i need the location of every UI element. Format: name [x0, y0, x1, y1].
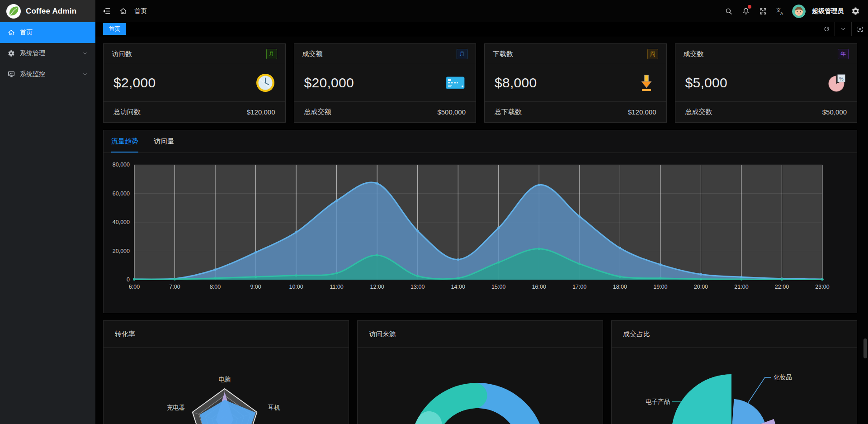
chevron-down-icon: [82, 71, 88, 77]
page-scrollbar-thumb[interactable]: [863, 338, 867, 358]
svg-text:化妆品: 化妆品: [774, 374, 792, 381]
user-name[interactable]: 超级管理员: [812, 7, 844, 15]
card-footer-value: $50,000: [822, 108, 847, 116]
svg-text:19:00: 19:00: [653, 284, 667, 290]
period-badge: 年: [838, 49, 849, 59]
stat-card-visits[interactable]: 访问数 月 $2,000: [103, 43, 286, 123]
panel-title: 成交占比: [612, 321, 857, 348]
deal-share-pie-chart: 电子产品化妆品: [612, 348, 857, 424]
maximize-icon[interactable]: [851, 22, 868, 36]
bottom-panels-row: 转化率 电脑耳机充电器 访问来源 成交占比 电子产品化妆品: [103, 320, 857, 424]
panel-title: 转化率: [104, 321, 349, 348]
breadcrumb[interactable]: 首页: [134, 7, 147, 15]
svg-text:7:00: 7:00: [169, 284, 180, 290]
period-badge: 月: [457, 49, 467, 59]
credit-card-icon: [445, 73, 466, 93]
notification-badge: [748, 5, 751, 9]
card-footer-label: 总成交额: [304, 108, 331, 116]
refresh-icon[interactable]: [818, 22, 835, 36]
svg-text:22:00: 22:00: [775, 284, 789, 290]
sidebar-item-home[interactable]: 首页: [0, 22, 95, 43]
translate-icon[interactable]: 文 A: [775, 6, 786, 17]
sidebar-item-label: 系统监控: [20, 70, 45, 78]
card-footer-label: 总下载数: [495, 108, 522, 116]
visit-sources-panel: 访问来源: [357, 320, 603, 424]
tab-visit-volume[interactable]: 访问量: [154, 137, 174, 152]
traffic-trend-area-chart: 020,00040,00060,00080,0006:007:008:009:0…: [104, 155, 843, 307]
sidebar-item-label: 系统管理: [20, 49, 45, 57]
svg-text:电脑: 电脑: [219, 376, 231, 383]
svg-text:21:00: 21:00: [734, 284, 748, 290]
svg-text:8:00: 8:00: [210, 284, 221, 290]
deal-share-panel: 成交占比 电子产品化妆品: [611, 320, 857, 424]
svg-text:16:00: 16:00: [532, 284, 546, 290]
svg-text:充电器: 充电器: [167, 404, 185, 411]
card-footer-label: 总成交数: [685, 108, 712, 116]
download-icon: [637, 73, 656, 93]
period-badge: 月: [266, 49, 277, 59]
svg-text:15:00: 15:00: [491, 284, 505, 290]
fullscreen-icon[interactable]: [758, 6, 769, 17]
svg-text:13:00: 13:00: [410, 284, 425, 290]
svg-text:A: A: [780, 11, 783, 15]
panel-title: 访问来源: [358, 321, 603, 348]
search-icon[interactable]: [723, 6, 734, 17]
svg-text:14:00: 14:00: [451, 284, 465, 290]
stat-card-downloads[interactable]: 下载数 周 $8,000: [484, 43, 667, 123]
svg-text:10:00: 10:00: [289, 284, 303, 290]
conversion-rate-panel: 转化率 电脑耳机充电器: [103, 320, 349, 424]
svg-text:17:00: 17:00: [572, 284, 586, 290]
svg-text:0: 0: [127, 276, 130, 283]
fold-sidebar-icon[interactable]: [101, 6, 112, 17]
svg-text:电子产品: 电子产品: [646, 398, 670, 405]
logo-bar: Coffee Admin: [0, 0, 95, 22]
sidebar: Coffee Admin 首页 系统管理: [0, 0, 95, 424]
topbar: 首页: [95, 0, 868, 22]
svg-text:60,000: 60,000: [113, 191, 130, 197]
tab-home[interactable]: 首页: [103, 23, 126, 35]
home-icon: [8, 29, 15, 36]
content: 访问数 月 $2,000: [95, 36, 868, 424]
bell-icon[interactable]: [741, 6, 751, 17]
avatar[interactable]: [792, 5, 806, 18]
stat-card-deals[interactable]: 成交数 年 $5,000 %: [675, 43, 858, 123]
card-title: 成交额: [302, 50, 323, 58]
period-badge: 周: [647, 49, 658, 59]
svg-text:40,000: 40,000: [113, 219, 130, 225]
sidebar-item-system-management[interactable]: 系统管理: [0, 43, 95, 64]
sidebar-item-system-monitor[interactable]: 系统监控: [0, 64, 95, 85]
traffic-trend-panel: 流量趋势 访问量 020,00040,00060,00080,0006:007:…: [103, 130, 857, 313]
card-footer-value: $500,000: [437, 108, 466, 116]
conversion-radar-chart: 电脑耳机充电器: [104, 348, 349, 424]
card-footer-value: $120,000: [247, 108, 275, 116]
svg-text:23:00: 23:00: [815, 284, 829, 290]
main-area: 首页: [95, 0, 868, 424]
pie-percent-icon: %: [827, 73, 847, 93]
svg-text:18:00: 18:00: [613, 284, 627, 290]
svg-text:6:00: 6:00: [129, 284, 140, 290]
chevron-down-icon[interactable]: [835, 22, 851, 36]
card-title: 下载数: [493, 50, 513, 58]
sidebar-item-label: 首页: [20, 29, 33, 37]
svg-text:耳机: 耳机: [268, 404, 281, 411]
card-title: 成交数: [684, 50, 704, 58]
card-value: $2,000: [113, 75, 156, 91]
card-value: $5,000: [685, 75, 728, 91]
stat-card-turnover[interactable]: 成交额 月 $20,000: [294, 43, 476, 123]
tag-tabbar: 首页: [95, 22, 868, 36]
card-value: $8,000: [495, 75, 537, 91]
chevron-down-icon: [82, 51, 88, 56]
card-footer-value: $120,000: [628, 108, 656, 116]
dashboard-page: Coffee Admin 首页 系统管理: [0, 0, 868, 424]
clock-icon: [255, 73, 275, 93]
stat-cards-row: 访问数 月 $2,000: [103, 43, 857, 123]
tab-traffic-trend[interactable]: 流量趋势: [111, 137, 138, 152]
breadcrumb-home-icon[interactable]: [118, 6, 128, 17]
card-footer-label: 总访问数: [113, 108, 141, 116]
brand-title: Coffee Admin: [26, 7, 76, 16]
monitor-icon: [8, 71, 15, 78]
svg-text:%: %: [839, 76, 844, 81]
svg-text:20,000: 20,000: [113, 248, 130, 254]
settings-gear-icon[interactable]: [850, 6, 861, 17]
trend-tabs: 流量趋势 访问量: [104, 130, 857, 153]
